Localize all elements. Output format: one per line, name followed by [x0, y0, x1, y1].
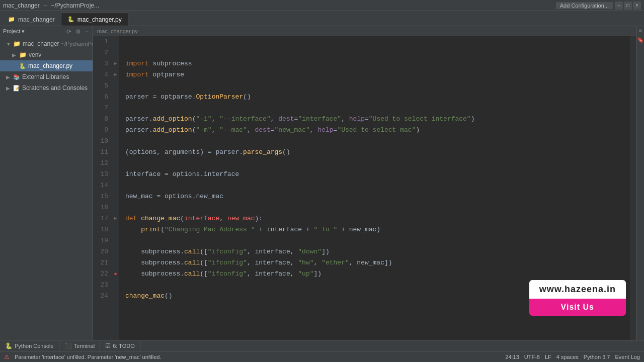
code-line-9: parser.add_option("-m", "--mac", dest="n…: [125, 125, 624, 136]
tab-label: Terminal: [74, 343, 95, 349]
line-numbers: 1 2 3 4 5 6 7 8 9 10 11 12 13 14 15 16 1…: [93, 36, 112, 340]
tree-label: Scratches and Consoles: [22, 84, 88, 92]
code-line-4: import optparse: [125, 69, 624, 80]
structure-icon[interactable]: ≡: [637, 29, 643, 33]
window-title: mac_changer: [3, 2, 40, 9]
editor-content[interactable]: 1 2 3 4 5 6 7 8 9 10 11 12 13 14 15 16 1…: [93, 36, 636, 340]
scratch-icon: 📝: [13, 85, 20, 92]
status-left: ⚠ Parameter 'interface' unfilled. Parame…: [4, 353, 161, 360]
code-line-8: parser.add_option("-i", "--interface", d…: [125, 114, 624, 125]
top-bar: mac_changer – ~/PycharmProje... Add Conf…: [0, 0, 644, 11]
tab-label: mac_changer.py: [77, 16, 122, 23]
tab-label: 6: TODO: [113, 343, 135, 349]
tree-item-mac-changer-py[interactable]: 🐍 mac_changer.py: [0, 60, 93, 71]
status-right: 24:13 UTF-8 LF 4 spaces Python 3.7 Event…: [505, 354, 640, 360]
code-line-12: [125, 158, 624, 169]
tree-item-external-libs[interactable]: ▶ 📚 External Libraries: [0, 71, 93, 82]
python-icon: 🐍: [5, 342, 13, 349]
language-version: Python 3.7: [584, 354, 610, 360]
code-line-13: interface = options.interface: [125, 169, 624, 180]
event-log[interactable]: Event Log: [615, 354, 640, 360]
expand-arrow: ▼: [6, 41, 11, 47]
code-line-10: [125, 136, 624, 147]
expand-arrow: ▶: [6, 74, 11, 80]
minimize-button[interactable]: –: [615, 2, 623, 10]
collapse-icon[interactable]: −: [84, 28, 90, 35]
watermark-url: www.hazeena.in: [529, 280, 626, 299]
tab-python-console[interactable]: 🐍 Python Console: [0, 340, 59, 351]
path-label: ~/PycharmProje...: [61, 41, 93, 47]
code-line-2: [125, 47, 624, 58]
tab-label: Python Console: [15, 343, 54, 349]
folder-icon: 📁: [8, 16, 15, 23]
indent-info: 4 spaces: [556, 354, 579, 360]
tree-label: External Libraries: [22, 73, 69, 80]
folder-icon: 📁: [19, 51, 27, 58]
terminal-icon: ⬛: [64, 342, 72, 349]
sidebar-title: Project ▾: [3, 28, 25, 35]
code-line-16: [125, 202, 624, 213]
folder-icon: 📁: [13, 40, 21, 47]
code-line-22: subprocess.call(["ifconfig", interface, …: [125, 268, 624, 280]
top-bar-right: Add Configuration... – □ ×: [556, 2, 641, 10]
sidebar-toolbar: ⟳ ⚙ −: [65, 28, 90, 35]
code-line-19: [125, 235, 624, 246]
tree-item-scratches[interactable]: ▶ 📝 Scratches and Consoles: [0, 82, 93, 94]
tree-item-venv[interactable]: ▶ 📁 venv: [0, 49, 93, 60]
line-separator: LF: [545, 354, 551, 360]
py-file-icon: 🐍: [19, 63, 26, 69]
code-line-11: (options, arguments) = parser.parse_args…: [125, 147, 624, 158]
sidebar: Project ▾ ⟳ ⚙ − ▼ 📁 mac_changer ~/Pychar…: [0, 26, 93, 340]
fold-bp-gutter: ▶ ▶ ▶ ●: [112, 36, 119, 340]
tree-item-mac-changer[interactable]: ▼ 📁 mac_changer ~/PycharmProje...: [0, 38, 93, 49]
code-line-15: new_mac = options.new_mac: [125, 191, 624, 202]
expand-arrow: ▶: [12, 52, 17, 58]
warning-icon: ⚠: [4, 353, 10, 360]
code-line-18: print("Changing Mac Address " + interfac…: [125, 224, 624, 235]
tree-label: mac_changer: [23, 40, 59, 47]
watermark-cta[interactable]: Visit Us: [529, 299, 626, 316]
editor-area: mac_changer.py 1 2 3 4 5 6 7 8 9 10 11 1…: [93, 26, 636, 340]
code-line-17: def change_mac(interface, new_mac):: [125, 213, 624, 224]
right-gutter: [630, 36, 636, 340]
bottom-panel: 🐍 Python Console ⬛ Terminal ☑ 6: TODO: [0, 340, 644, 351]
maximize-button[interactable]: □: [624, 2, 632, 10]
right-tool-gutter: ≡ 🔖: [636, 26, 644, 340]
gear-icon[interactable]: ⚙: [74, 28, 82, 35]
main-layout: Project ▾ ⟳ ⚙ − ▼ 📁 mac_changer ~/Pychar…: [0, 26, 644, 340]
code-line-20: subprocess.call(["ifconfig", interface, …: [125, 246, 624, 257]
tab-bar: 📁 mac_changer 🐍 mac_changer.py: [0, 11, 644, 26]
watermark: www.hazeena.in Visit Us: [529, 280, 626, 316]
encoding: UTF-8: [524, 354, 540, 360]
project-tree: ▼ 📁 mac_changer ~/PycharmProje... ▶ 📁 ve…: [0, 37, 93, 340]
window-subtitle: –: [44, 2, 47, 9]
status-warning-text: Parameter 'interface' unfilled. Paramete…: [15, 354, 161, 360]
window-path: ~/PycharmProje...: [51, 2, 99, 9]
cursor-position: 24:13: [505, 354, 519, 360]
code-line-3: import subprocess: [125, 58, 624, 69]
tab-mac-changer-py[interactable]: 🐍 mac_changer.py: [61, 13, 128, 26]
close-button[interactable]: ×: [633, 2, 641, 10]
add-configuration-button[interactable]: Add Configuration...: [556, 2, 613, 9]
window-controls: – □ ×: [615, 2, 641, 10]
code-line-21: subprocess.call(["ifconfig", interface, …: [125, 257, 624, 268]
tab-mac-changer[interactable]: 📁 mac_changer: [2, 13, 61, 26]
tree-label: mac_changer.py: [28, 62, 72, 69]
expand-arrow: ▶: [6, 85, 11, 91]
sync-icon[interactable]: ⟳: [65, 28, 72, 35]
breadcrumb-text: mac_changer.py: [97, 28, 138, 34]
tab-todo[interactable]: ☑ 6: TODO: [100, 340, 140, 351]
todo-icon: ☑: [105, 342, 111, 349]
code-line-7: [125, 103, 624, 114]
tab-terminal[interactable]: ⬛ Terminal: [59, 340, 101, 351]
tree-label: venv: [29, 51, 41, 58]
breadcrumb: mac_changer.py: [93, 26, 636, 36]
status-bar: ⚠ Parameter 'interface' unfilled. Parame…: [0, 351, 644, 362]
code-line-6: parser = optparse.OptionParser(): [125, 92, 624, 103]
tab-label: mac_changer: [18, 16, 55, 23]
code-line-14: [125, 180, 624, 191]
bookmark-icon[interactable]: 🔖: [637, 37, 644, 43]
sidebar-header: Project ▾ ⟳ ⚙ −: [0, 26, 93, 37]
code-line-5: [125, 80, 624, 92]
code-line-1: [125, 36, 624, 47]
